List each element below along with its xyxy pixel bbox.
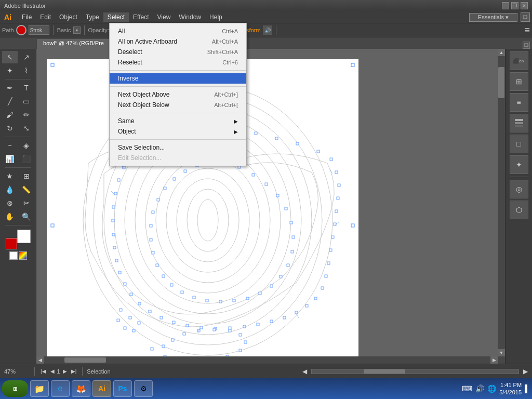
- rotate-tool[interactable]: ↻: [2, 122, 18, 135]
- type-tool[interactable]: T: [19, 82, 34, 94]
- minimize-button[interactable]: ─: [502, 2, 509, 9]
- system-clock[interactable]: 1:41 PM 5/4/2015: [499, 381, 522, 396]
- artboards-panel-button[interactable]: □: [510, 135, 528, 153]
- menu-item-save-selection[interactable]: Save Selection...: [110, 142, 246, 153]
- scroll-thumb-vertical[interactable]: [498, 67, 504, 98]
- scroll-indicator[interactable]: [311, 369, 519, 374]
- arrange-docs-icon[interactable]: ❏: [523, 42, 530, 49]
- show-desktop-button[interactable]: ▌: [525, 384, 530, 393]
- menu-item-next-above[interactable]: Next Object Above Alt+Ctrl+]: [110, 89, 246, 100]
- hand-tool[interactable]: ✋: [2, 210, 18, 223]
- blend-tools: ⊗ ✂: [2, 197, 34, 209]
- scissors-tool[interactable]: ✂: [19, 197, 34, 209]
- selection-tool[interactable]: ↖: [2, 51, 18, 63]
- menu-type[interactable]: Type: [82, 12, 103, 22]
- svg-rect-36: [331, 236, 334, 238]
- menu-help[interactable]: Help: [205, 12, 227, 22]
- opacity-label: Opacity:: [88, 27, 109, 33]
- line-tool[interactable]: ╱: [2, 95, 18, 108]
- menu-item-next-below[interactable]: Next Object Below Alt+Ctrl+[: [110, 100, 246, 110]
- volume-icon[interactable]: 🔊: [475, 384, 484, 393]
- measure-tool[interactable]: 📏: [19, 183, 34, 196]
- bar-graph-tool[interactable]: ⬛: [19, 153, 34, 165]
- next-page-button[interactable]: ▶: [61, 368, 69, 375]
- menu-view[interactable]: View: [153, 12, 175, 22]
- menu-item-reselect[interactable]: Reselect Ctrl+6: [110, 57, 246, 68]
- restore-button[interactable]: ❐: [511, 2, 518, 9]
- menu-select[interactable]: Select: [103, 12, 129, 22]
- gradient-swatch[interactable]: [19, 251, 27, 260]
- shape-tool[interactable]: ▭: [19, 95, 34, 108]
- scale-tool[interactable]: ⤡: [19, 122, 34, 135]
- menu-item-deselect[interactable]: Deselect Shift+Ctrl+A: [110, 47, 246, 57]
- scroll-down-button[interactable]: ▼: [498, 349, 505, 356]
- expand-button[interactable]: ❏: [521, 12, 530, 22]
- network-icon[interactable]: 🌐: [487, 384, 496, 393]
- vertical-scrollbar[interactable]: ▲ ▼: [498, 49, 505, 356]
- brush-dropdown[interactable]: ▾: [73, 26, 81, 34]
- fill-color-swatch[interactable]: [17, 230, 31, 243]
- menu-file[interactable]: File: [18, 12, 36, 22]
- menu-item-all-active[interactable]: All on Active Artboard Alt+Ctrl+A: [110, 36, 246, 47]
- canvas-area[interactable]: ▲ ▼ ◀ ▶: [36, 49, 505, 364]
- blend-tool[interactable]: ⊗: [2, 197, 18, 209]
- stroke-color[interactable]: [16, 25, 26, 35]
- graphic-styles-panel-button[interactable]: ⬡: [510, 201, 528, 219]
- document-tab[interactable]: bowl* @ 47% (RGB/Pre: [36, 38, 111, 49]
- menu-effect[interactable]: Effect: [129, 12, 153, 22]
- swatches-panel-button[interactable]: ⊞: [510, 72, 528, 91]
- layers-panel-button[interactable]: [510, 114, 528, 132]
- workspace-selector[interactable]: Essentials ▾: [469, 13, 517, 22]
- eyedropper-tool[interactable]: 💧: [2, 183, 18, 196]
- taskbar-photoshop[interactable]: Ps: [113, 380, 132, 397]
- symbols-panel-button[interactable]: ✦: [510, 155, 528, 174]
- pen-tool[interactable]: ✒: [2, 82, 18, 94]
- scroll-thumb-horizontal[interactable]: [64, 357, 106, 363]
- scroll-left-button[interactable]: ◀: [36, 356, 44, 364]
- lasso-tool[interactable]: ⌇: [19, 64, 34, 77]
- last-page-button[interactable]: ▶|: [70, 368, 78, 375]
- prev-page-button[interactable]: ◀: [49, 368, 56, 375]
- menu-item-edit-selection[interactable]: Edit Selection...: [110, 153, 246, 163]
- menu-item-object[interactable]: Object ▶: [110, 126, 246, 137]
- menu-item-same[interactable]: Same ▶: [110, 116, 246, 126]
- keyboard-icon[interactable]: ⌨: [462, 384, 472, 393]
- magic-wand-tool[interactable]: ✦: [2, 64, 18, 77]
- color-panel-button[interactable]: ⬛col: [510, 51, 528, 70]
- brushes-panel-button[interactable]: ≡: [510, 93, 528, 112]
- stroke-type[interactable]: Strok: [29, 25, 49, 35]
- status-arrow-left[interactable]: ◀: [302, 368, 307, 375]
- symbol-sprayer-tool[interactable]: ★: [2, 170, 18, 182]
- taskbar-firefox[interactable]: 🦊: [72, 380, 90, 397]
- speaker-icon[interactable]: 🔊: [263, 25, 272, 35]
- taskbar-explorer[interactable]: 📁: [30, 380, 49, 397]
- direct-selection-tool[interactable]: ↗: [19, 51, 34, 63]
- status-arrow-right[interactable]: ▶: [523, 368, 528, 375]
- stroke-color-swatch[interactable]: [6, 238, 17, 249]
- system-tray: ⌨ 🔊 🌐 1:41 PM 5/4/2015 ▌: [462, 381, 530, 396]
- column-graph-tool[interactable]: 📊: [2, 153, 18, 165]
- close-button[interactable]: ✕: [521, 2, 528, 9]
- arrange-icon[interactable]: ≡: [524, 25, 530, 36]
- taskbar-other[interactable]: ⚙: [134, 380, 153, 397]
- horizontal-scrollbar[interactable]: ◀ ▶: [36, 356, 498, 364]
- width-tool[interactable]: ◈: [19, 139, 34, 152]
- menu-item-inverse[interactable]: Inverse: [110, 73, 246, 84]
- appearance-panel-button[interactable]: ◎: [510, 180, 528, 198]
- scroll-up-button[interactable]: ▲: [498, 49, 505, 56]
- mesh-tool[interactable]: ⊞: [19, 170, 34, 182]
- menu-edit[interactable]: Edit: [36, 12, 55, 22]
- start-button[interactable]: ⊞: [2, 380, 28, 397]
- taskbar-ie[interactable]: e: [51, 380, 70, 397]
- none-swatch[interactable]: [9, 251, 18, 260]
- menu-object[interactable]: Object: [55, 12, 82, 22]
- zoom-tool[interactable]: 🔍: [19, 210, 34, 223]
- warp-tool[interactable]: ~: [2, 139, 18, 152]
- pencil-tool[interactable]: ✏: [19, 109, 34, 121]
- scroll-right-button[interactable]: ▶: [490, 356, 498, 364]
- paintbrush-tool[interactable]: 🖌: [2, 109, 18, 121]
- menu-window[interactable]: Window: [175, 12, 205, 22]
- menu-item-all[interactable]: All Ctrl+A: [110, 26, 246, 36]
- taskbar-illustrator[interactable]: Ai: [92, 380, 111, 397]
- first-page-button[interactable]: |◀: [39, 368, 48, 375]
